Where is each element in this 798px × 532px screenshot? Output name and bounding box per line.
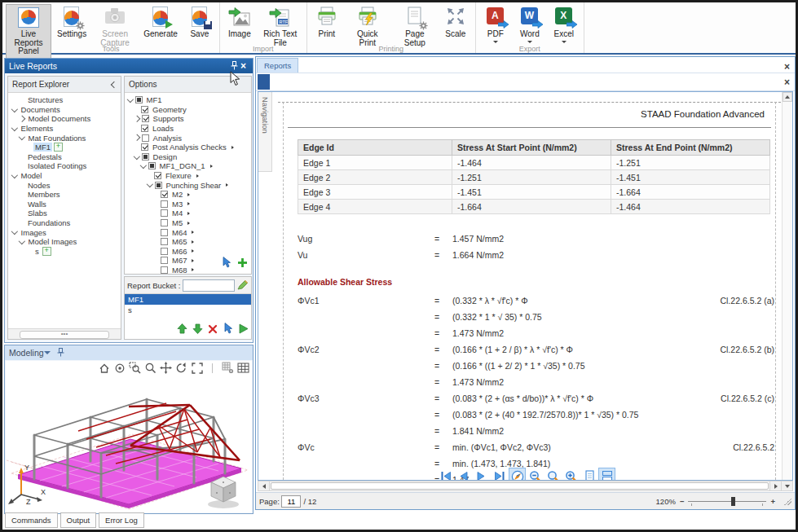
first-page-icon[interactable] <box>437 468 454 481</box>
zoom-slider[interactable] <box>688 497 766 506</box>
menu-arrow-icon[interactable] <box>210 165 213 168</box>
checkbox-m66[interactable] <box>161 248 168 255</box>
tab-output[interactable]: Output <box>60 512 97 528</box>
chevron-down-icon[interactable] <box>19 134 25 140</box>
add-plus-icon[interactable] <box>237 257 248 271</box>
menu-arrow-icon[interactable] <box>196 174 199 178</box>
checkbox-m64[interactable] <box>161 229 168 236</box>
hscroll-track[interactable] <box>270 481 769 490</box>
move-up-icon[interactable] <box>177 323 187 337</box>
checkbox-m67[interactable] <box>161 257 168 264</box>
scroll-right-button[interactable] <box>769 481 781 490</box>
collapse-chevron-icon[interactable] <box>111 81 117 87</box>
bucket-item-mf1[interactable]: MF1 <box>125 294 251 305</box>
checkbox-design[interactable] <box>142 153 149 160</box>
page-number-input[interactable] <box>281 495 301 508</box>
report-page-viewport[interactable]: Navigation STAAD Foundation Advanced Edg… <box>258 91 793 481</box>
scale-button[interactable]: Scale <box>439 4 472 42</box>
hscroll-thumb[interactable] <box>271 482 769 490</box>
pencil-icon[interactable] <box>237 279 249 292</box>
resize-grip[interactable] <box>784 498 791 505</box>
menu-arrow-icon[interactable] <box>192 231 194 234</box>
delete-icon[interactable] <box>208 323 218 337</box>
rotate-icon[interactable] <box>175 362 187 374</box>
explorer-hscrollbar[interactable]: ••• <box>8 328 121 339</box>
menu-arrow-icon[interactable] <box>192 259 194 262</box>
dropdown-arrow-icon[interactable] <box>562 41 567 43</box>
zoom-in-icon[interactable] <box>562 468 580 481</box>
fit-view-icon[interactable] <box>191 362 203 374</box>
zoom-out-icon[interactable] <box>527 468 544 481</box>
grid-icon[interactable] <box>237 362 249 374</box>
report-hscrollbar[interactable] <box>258 481 793 491</box>
excel-button[interactable]: XExcel <box>548 4 580 46</box>
checkbox-m5[interactable] <box>161 219 168 226</box>
prev-page-icon[interactable] <box>455 468 472 481</box>
checkbox-m65[interactable] <box>161 238 168 245</box>
run-icon[interactable] <box>238 323 249 337</box>
pan-icon[interactable] <box>160 362 172 374</box>
chevron-down-icon[interactable] <box>19 238 25 244</box>
report-bucket-input[interactable] <box>183 279 235 292</box>
orbit-icon[interactable] <box>113 362 126 374</box>
chevron-right-icon[interactable] <box>19 116 25 122</box>
option-item-m4[interactable]: M4 <box>126 209 250 218</box>
tree-item-nodes[interactable]: Nodes <box>9 180 120 190</box>
word-button[interactable]: WWord <box>514 4 546 46</box>
option-item-post-analysis-checks[interactable]: Post Analysis Checks <box>126 143 250 152</box>
tree-item-isolated-footings[interactable]: Isolated Footings <box>9 161 120 171</box>
placement-grid-icon[interactable] <box>222 362 234 374</box>
report-vscrollbar[interactable] <box>782 92 792 480</box>
scroll-left-button[interactable] <box>258 481 270 490</box>
tree-item-documents[interactable]: Documents <box>9 105 120 115</box>
menu-arrow-icon[interactable] <box>187 193 190 196</box>
chevron-down-icon[interactable] <box>127 96 134 103</box>
pin-icon[interactable] <box>231 61 238 72</box>
pin-icon[interactable] <box>57 348 64 358</box>
screen-capture-button[interactable]: Screen Capture <box>92 4 138 50</box>
chevron-down-icon[interactable] <box>147 181 153 187</box>
add-plus-icon[interactable]: + <box>42 247 51 256</box>
menu-arrow-icon[interactable] <box>187 212 190 215</box>
live-reports-titlebar[interactable]: Live Reports × <box>5 59 253 73</box>
option-item-supports[interactable]: Supports <box>126 114 250 124</box>
option-item-m64[interactable]: M64 <box>126 227 250 237</box>
tree-item-mf1[interactable]: MF1+ <box>9 143 120 152</box>
chevron-down-icon[interactable] <box>44 351 51 354</box>
option-item-mf1-dgn-1[interactable]: MF1_DGN_1 <box>126 161 250 171</box>
chevron-down-icon[interactable] <box>11 125 18 131</box>
fit-page-icon[interactable] <box>598 468 615 481</box>
checkbox-punching-shear[interactable] <box>155 182 162 189</box>
checkbox-supports[interactable] <box>142 115 149 122</box>
tree-item-walls[interactable]: Walls <box>9 200 120 209</box>
tree-item-foundations[interactable]: Foundations <box>9 218 120 228</box>
tree-item-images[interactable]: Images <box>9 227 120 237</box>
zoom-window-icon[interactable] <box>129 362 141 374</box>
quick-print-button[interactable]: Quick Print <box>345 4 390 50</box>
option-item-flexure[interactable]: Flexure <box>126 171 250 181</box>
zoom-out-button[interactable]: − <box>680 497 685 506</box>
page-setup-button[interactable]: Page Setup <box>392 4 438 50</box>
menu-arrow-icon[interactable] <box>187 222 190 225</box>
checkbox-geometry[interactable] <box>141 106 148 113</box>
dropdown-arrow-icon[interactable] <box>527 41 532 43</box>
checkbox-m4[interactable] <box>161 209 168 217</box>
home-icon[interactable] <box>98 362 110 374</box>
checkbox-loads[interactable] <box>141 125 148 132</box>
move-down-icon[interactable] <box>192 323 203 337</box>
tab-reports[interactable]: Reports <box>257 58 298 73</box>
modeling-titlebar[interactable]: Modeling <box>5 345 253 360</box>
last-page-icon[interactable] <box>491 468 508 481</box>
tab-error-log[interactable]: Error Log <box>99 512 144 528</box>
image-button[interactable]: Image <box>223 4 256 42</box>
checkbox-m3[interactable] <box>161 200 168 208</box>
menu-arrow-icon[interactable] <box>192 249 194 253</box>
chevron-down-icon[interactable] <box>140 162 147 169</box>
option-item-geometry[interactable]: Geometry <box>126 105 250 115</box>
tree-item-members[interactable]: Members <box>9 190 120 200</box>
checkbox-mf1-dgn-1[interactable] <box>148 162 156 169</box>
tree-item-model[interactable]: Model <box>9 171 120 181</box>
menu-arrow-icon[interactable] <box>192 268 194 271</box>
chevron-down-icon[interactable] <box>11 105 18 112</box>
option-item-m2[interactable]: M2 <box>126 190 250 200</box>
